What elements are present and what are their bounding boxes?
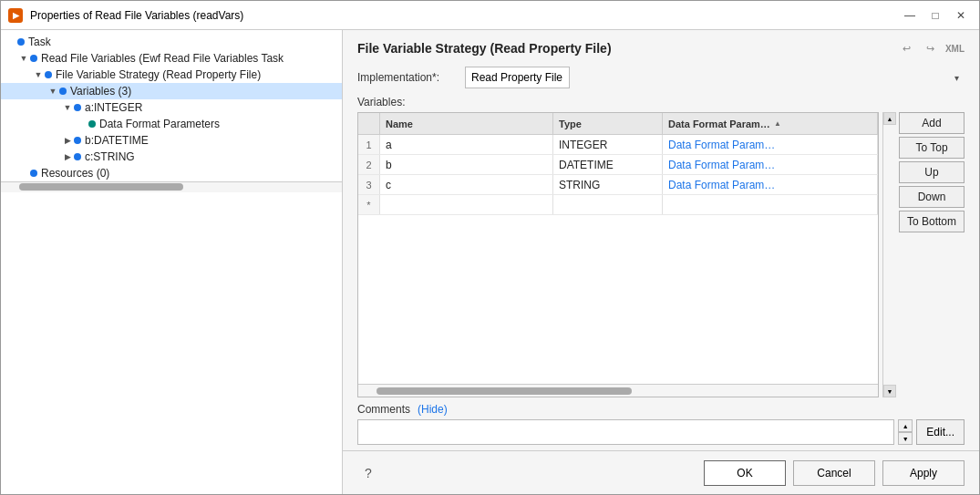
header-icons: ↩ ↪ XML [898, 39, 965, 57]
comments-textarea[interactable] [357, 419, 894, 445]
tree-label: c:STRING [85, 150, 135, 163]
apply-button[interactable]: Apply [882, 460, 965, 486]
horizontal-scrollbar-table[interactable] [377, 387, 632, 395]
redo-button[interactable]: ↪ [922, 39, 940, 57]
tree-item-resources[interactable]: Resources (0) [1, 165, 342, 181]
table-body: 1 a INTEGER Data Format Param… 2 b DATET… [358, 135, 878, 384]
help-button[interactable]: ? [357, 462, 379, 484]
td-params: Data Format Param… [663, 175, 878, 194]
tree-label: File Variable Strategy (Read Property Fi… [56, 68, 261, 81]
tree-toggle [76, 118, 88, 130]
to-bottom-button[interactable]: To Bottom [899, 211, 965, 232]
close-button[interactable]: ✕ [950, 6, 972, 25]
table-header: Name Type Data Format Param… ▲ [358, 113, 878, 135]
table-area: Name Type Data Format Param… ▲ [357, 112, 965, 397]
tree-dot [74, 153, 81, 160]
table-row[interactable]: 2 b DATETIME Data Format Param… [358, 155, 878, 175]
left-panel: Task ▼ Read File Variables (Ewf Read Fil… [1, 30, 343, 494]
tree-dot [74, 137, 81, 144]
tree-item-a-integer[interactable]: ▼ a:INTEGER [1, 99, 342, 116]
table-footer-scrollbar [358, 384, 878, 397]
app-icon: ▶ [8, 8, 23, 23]
to-top-button[interactable]: To Top [899, 137, 965, 159]
implementation-label: Implementation*: [357, 71, 458, 84]
tree-item-task[interactable]: Task [1, 34, 342, 50]
bottom-bar-inner: ? OK Cancel Apply [357, 460, 965, 486]
tree-item-c-string[interactable]: ▶ c:STRING [1, 149, 342, 165]
tree-item-file-var-strategy[interactable]: ▼ File Variable Strategy (Read Property … [1, 67, 342, 83]
tree-label: Read File Variables (Ewf Read File Varia… [41, 52, 284, 65]
bottom-bar: ? OK Cancel Apply [343, 450, 979, 494]
comments-section: Comments (Hide) [343, 397, 979, 419]
td-new-params [663, 195, 878, 214]
variables-label: Variables: [357, 96, 965, 108]
tree-dot [59, 88, 67, 95]
th-row-num [358, 113, 380, 134]
hide-link[interactable]: (Hide) [418, 403, 448, 416]
xml-label: XML [945, 44, 965, 54]
comments-input-row: ▲ ▼ Edit... [343, 419, 979, 450]
variables-section: Variables: Name Type Data For [343, 96, 979, 397]
tree-item-variables[interactable]: ▼ Variables (3) [1, 83, 342, 99]
th-name: Name [380, 113, 553, 134]
add-button[interactable]: Add [899, 112, 965, 134]
implementation-row: Implementation*: Read Property File [343, 63, 979, 96]
tree-dot [45, 71, 52, 78]
horizontal-scrollbar[interactable] [19, 183, 183, 191]
spin-down-button[interactable]: ▼ [898, 432, 913, 445]
tree-toggle [17, 167, 30, 180]
tree-dot [74, 104, 81, 111]
scroll-up-button[interactable]: ▲ [883, 112, 896, 125]
tree-toggle: ▶ [61, 150, 74, 163]
main-window: ▶ Properties of Read File Variables (rea… [0, 0, 980, 495]
tree-label: Resources (0) [41, 167, 109, 180]
implementation-select-wrapper: Read Property File [465, 67, 965, 88]
tree-item-read-file-vars[interactable]: ▼ Read File Variables (Ewf Read File Var… [1, 50, 342, 67]
edit-button[interactable]: Edit... [916, 419, 965, 445]
sort-icon: ▲ [774, 119, 781, 128]
td-new-type [553, 195, 663, 214]
td-name: a [380, 135, 553, 154]
undo-button[interactable]: ↩ [898, 39, 916, 57]
spin-up-button[interactable]: ▲ [898, 419, 913, 432]
td-type: DATETIME [553, 155, 663, 174]
tree-toggle: ▼ [61, 101, 74, 114]
td-name: b [380, 155, 553, 174]
spin-buttons: ▲ ▼ [898, 419, 913, 445]
scroll-down-button[interactable]: ▼ [883, 385, 896, 397]
tree-label: a:INTEGER [85, 101, 142, 114]
implementation-select[interactable]: Read Property File [465, 67, 570, 88]
tree-label: Variables (3) [70, 85, 131, 98]
tree-dot [30, 170, 37, 177]
down-button[interactable]: Down [899, 186, 965, 208]
td-type: INTEGER [553, 135, 663, 154]
tree-toggle: ▼ [46, 85, 59, 98]
td-params: Data Format Param… [663, 155, 878, 174]
tree-toggle: ▼ [17, 52, 30, 65]
bottom-bar-right: OK Cancel Apply [704, 460, 965, 486]
window-controls: — □ ✕ [899, 6, 972, 25]
td-row-num: 3 [358, 175, 380, 194]
cancel-button[interactable]: Cancel [793, 460, 875, 486]
td-row-num: 1 [358, 135, 380, 154]
td-type: STRING [553, 175, 663, 194]
tree-label: Data Format Parameters [99, 118, 220, 130]
tree-toggle: ▼ [32, 68, 45, 81]
ok-button[interactable]: OK [704, 460, 786, 486]
up-button[interactable]: Up [899, 161, 965, 183]
table-row-new[interactable]: * [358, 195, 878, 215]
section-title: File Variable Strategy (Read Property Fi… [357, 41, 612, 56]
tree-dot [17, 38, 25, 46]
table-row[interactable]: 3 c STRING Data Format Param… [358, 175, 878, 195]
table-row[interactable]: 1 a INTEGER Data Format Param… [358, 135, 878, 155]
tree-item-data-format-params[interactable]: Data Format Parameters [1, 116, 342, 132]
minimize-button[interactable]: — [899, 6, 921, 25]
th-type: Type [553, 113, 663, 134]
maximize-button[interactable]: □ [924, 6, 946, 25]
right-panel-header: File Variable Strategy (Read Property Fi… [343, 30, 979, 63]
tree-item-b-datetime[interactable]: ▶ b:DATETIME [1, 132, 342, 149]
td-params: Data Format Param… [663, 135, 878, 154]
td-row-num: 2 [358, 155, 380, 174]
main-content: Task ▼ Read File Variables (Ewf Read Fil… [1, 30, 979, 494]
comments-label: Comments [357, 403, 410, 416]
